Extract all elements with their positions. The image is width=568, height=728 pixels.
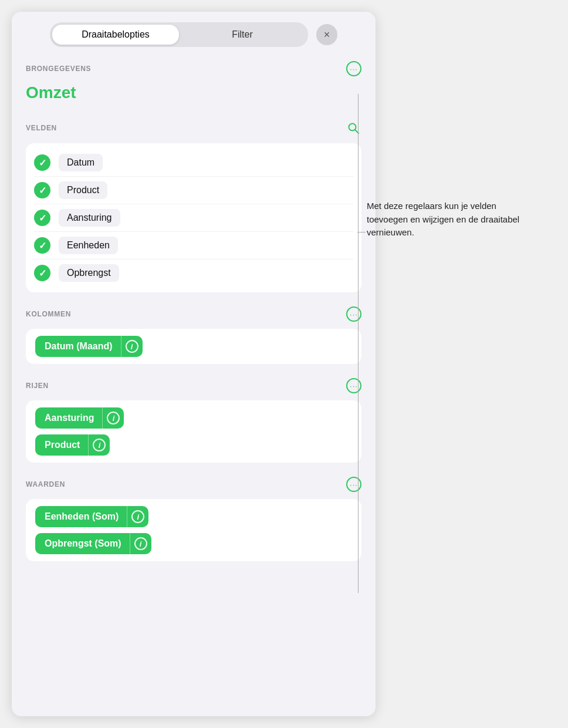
waarden-tag-opbrengst-label: Opbrengst (Som) (35, 534, 130, 554)
field-row-eenheden[interactable]: Eenheden (34, 231, 353, 259)
field-row-product[interactable]: Product (34, 176, 353, 204)
info-circle-aansturing: i (107, 412, 120, 424)
sidebar-annotation: Met deze regelaars kun je velden toevoeg… (367, 200, 531, 240)
search-icon[interactable] (345, 120, 361, 136)
field-chip-opbrengst: Opbrengst (59, 264, 119, 282)
brongegevens-title: BRONGEGEVENS (26, 65, 91, 73)
velden-header: VELDEN (26, 120, 361, 136)
waarden-tag-box: Eenheden (Som) i Opbrengst (Som) i (26, 499, 361, 561)
velden-section: VELDEN (12, 112, 376, 143)
rijen-header: RIJEN (26, 378, 361, 393)
rijen-tag-product[interactable]: Product i (35, 434, 110, 456)
kolommen-tag-info-icon[interactable]: i (121, 336, 143, 357)
info-circle-icon: i (126, 340, 138, 353)
brongegevens-section: BRONGEGEVENS Omzet (12, 53, 376, 112)
waarden-tag-eenheden[interactable]: Eenheden (Som) i (35, 506, 148, 527)
rijen-tag-aansturing-label: Aansturing (35, 408, 102, 428)
close-button[interactable]: × (316, 24, 337, 45)
waarden-tag-eenheden-info[interactable]: i (127, 506, 148, 527)
check-product[interactable] (34, 182, 50, 198)
waarden-tag-opbrengst[interactable]: Opbrengst (Som) i (35, 533, 151, 554)
field-row-datum[interactable]: Datum (34, 149, 353, 176)
rijen-more-icon[interactable] (346, 378, 361, 393)
pivot-panel: Draaitabelopties Filter × BRONGEGEVENS O… (12, 12, 376, 716)
check-eenheden[interactable] (34, 237, 50, 254)
tab-filter[interactable]: Filter (179, 25, 306, 45)
brongegevens-header: BRONGEGEVENS (26, 61, 361, 76)
waarden-header: WAARDEN (26, 477, 361, 492)
sidebar-tick (357, 232, 366, 232)
field-chip-aansturing: Aansturing (59, 209, 120, 227)
velden-title: VELDEN (26, 124, 57, 132)
sidebar-line (358, 94, 359, 593)
rijen-tag-product-label: Product (35, 435, 88, 455)
field-row-aansturing[interactable]: Aansturing (34, 204, 353, 231)
kolommen-more-icon[interactable] (346, 306, 361, 322)
info-circle-product: i (93, 439, 106, 451)
tab-segment: Draaitabelopties Filter (50, 22, 308, 47)
rijen-tag-product-info[interactable]: i (89, 434, 110, 456)
check-datum[interactable] (34, 154, 50, 171)
main-container: Draaitabelopties Filter × BRONGEGEVENS O… (0, 0, 568, 728)
kolommen-title: KOLOMMEN (26, 310, 71, 318)
brongegevens-more-icon[interactable] (346, 61, 361, 76)
waarden-tag-opbrengst-info[interactable]: i (130, 533, 151, 554)
kolommen-section: KOLOMMEN (12, 298, 376, 329)
rijen-section: RIJEN (12, 370, 376, 400)
rijen-tag-aansturing[interactable]: Aansturing i (35, 407, 124, 429)
info-circle-opbrengst: i (134, 537, 147, 550)
kolommen-tag-box: Datum (Maand) i (26, 329, 361, 364)
field-row-opbrengst[interactable]: Opbrengst (34, 259, 353, 287)
waarden-more-icon[interactable] (346, 477, 361, 492)
kolommen-header: KOLOMMEN (26, 306, 361, 322)
field-chip-product: Product (59, 181, 107, 199)
waarden-tag-eenheden-label: Eenheden (Som) (35, 507, 127, 527)
waarden-section: WAARDEN (12, 469, 376, 499)
rijen-title: RIJEN (26, 382, 49, 390)
kolommen-tag-datum-maand-label: Datum (Maand) (35, 336, 121, 356)
waarden-title: WAARDEN (26, 480, 65, 488)
tab-bar: Draaitabelopties Filter × (12, 12, 376, 53)
tab-draaitabelopties[interactable]: Draaitabelopties (52, 25, 179, 45)
kolommen-tag-datum-maand[interactable]: Datum (Maand) i (35, 336, 143, 357)
info-circle-eenheden: i (131, 510, 144, 523)
rijen-tag-aansturing-info[interactable]: i (103, 407, 124, 429)
check-aansturing[interactable] (34, 210, 50, 226)
fields-box: Datum Product Aansturing Eenheden Opbren… (26, 143, 361, 292)
rijen-tag-box: Aansturing i Product i (26, 400, 361, 463)
field-chip-datum: Datum (59, 154, 103, 171)
field-chip-eenheden: Eenheden (59, 237, 118, 254)
check-opbrengst[interactable] (34, 265, 50, 281)
source-name: Omzet (26, 80, 361, 108)
